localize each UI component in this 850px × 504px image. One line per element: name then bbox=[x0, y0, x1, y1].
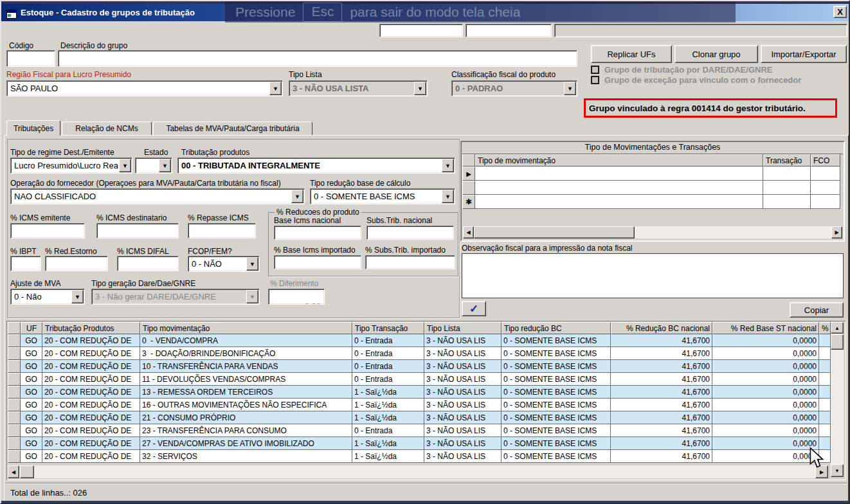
icms-destinatario-field[interactable]: 0,00 bbox=[96, 223, 179, 239]
chevron-down-icon: ▼ bbox=[291, 190, 303, 203]
col-red-st-nacional[interactable]: % Red Base ST nacional bbox=[712, 322, 819, 334]
icms-emitente-label: % ICMS emitente bbox=[10, 213, 70, 222]
codigo-field[interactable]: 0132 bbox=[6, 50, 55, 67]
tab-tributacoes[interactable]: Tributações bbox=[6, 120, 60, 136]
scroll-up-icon[interactable]: ▲ bbox=[831, 322, 844, 334]
mov-row-current[interactable]: ▶ bbox=[462, 166, 840, 181]
tribprod-select[interactable]: 00 - TRIBUTADA INTEGRALMENTE ▼ bbox=[177, 158, 455, 174]
ibpt-field[interactable]: 0,00 bbox=[10, 256, 41, 271]
table-row[interactable]: GO20 - COM REDUÇÃO DE3 - DOAÇÃO/BRINDE/B… bbox=[8, 347, 831, 360]
chevron-down-icon: ▼ bbox=[246, 290, 258, 303]
base-nacional-label: Base Icms nacional bbox=[274, 216, 341, 225]
repasse-icms-field[interactable]: 0,00 bbox=[188, 223, 256, 239]
col-uf[interactable]: UF bbox=[21, 322, 42, 334]
replicar-ufs-button[interactable]: Replicar UFs bbox=[591, 45, 672, 63]
icms-emitente-field[interactable]: 0,00 bbox=[10, 223, 85, 239]
descricao-value: GESTOR TRIBUTARIO - LISTA: SEM LISTA - N… bbox=[71, 64, 302, 67]
subs-importado-field[interactable]: 0,00 bbox=[365, 255, 455, 269]
uf-grid-vscrollbar[interactable]: ▲ ▼ bbox=[831, 322, 844, 477]
statusbar-divider bbox=[5, 483, 847, 484]
checkbox-excecao[interactable] bbox=[591, 76, 599, 84]
col-transacao[interactable]: Tipo Transação bbox=[352, 322, 424, 334]
regime-select[interactable]: Lucro Presumido\Lucro Rea ▼ bbox=[10, 158, 132, 174]
col-lista[interactable]: Tipo Lista bbox=[424, 322, 502, 334]
bottom-edge-strip bbox=[1, 501, 850, 504]
date-from-field[interactable]: 31/07/2021 bbox=[379, 24, 463, 37]
scroll-right-icon[interactable]: ▶ bbox=[831, 226, 842, 239]
codigo-label: Código bbox=[9, 41, 33, 50]
mov-col-fco[interactable]: FCO bbox=[811, 154, 840, 166]
table-row[interactable]: GO20 - COM REDUÇÃO DE16 - OUTRAS MOVIMEN… bbox=[8, 399, 831, 411]
gnre-label: Tipo geração Dare/Dae/GNRE bbox=[91, 279, 195, 288]
scroll-left-icon[interactable]: ◀ bbox=[463, 226, 474, 239]
icms-emitente-value: 0,00 bbox=[65, 236, 81, 239]
date-to-value: 02/08/2021 bbox=[478, 35, 516, 37]
confirm-button[interactable]: ✓ bbox=[462, 301, 486, 316]
operacao-label: Operação do fornecedor (Operaçoes para M… bbox=[10, 179, 281, 188]
estado-select[interactable]: ▼ bbox=[135, 158, 172, 174]
tab-relacao-ncms[interactable]: Relação de NCMs bbox=[62, 122, 152, 135]
operacao-select[interactable]: NAO CLASSIFICADO ▼ bbox=[10, 188, 305, 204]
fcop-select[interactable]: 0 - NÃO ▼ bbox=[188, 256, 260, 272]
table-row[interactable]: GO20 - COM REDUÇÃO DE0 - VENDA/COMPRA0 -… bbox=[8, 334, 831, 347]
observacao-textarea[interactable] bbox=[462, 253, 844, 298]
table-row[interactable]: GO20 - COM REDUÇÃO DE23 - TRANSFERÊNCIA … bbox=[8, 424, 831, 437]
classificacao-select[interactable]: 0 - PADRAO ▼ bbox=[451, 80, 577, 96]
table-row[interactable]: GO20 - COM REDUÇÃO DE21 - CONSUMO PRÓPRI… bbox=[8, 411, 831, 424]
ibpt-value: 0,00 bbox=[23, 269, 39, 271]
table-row[interactable]: GO20 - COM REDUÇÃO DE27 - VENDA/COMPRAS … bbox=[8, 437, 831, 450]
close-button[interactable]: X bbox=[833, 6, 847, 18]
clonar-grupo-button[interactable]: Clonar grupo bbox=[674, 45, 758, 63]
mov-hscroll-thumb[interactable] bbox=[474, 226, 635, 239]
uf-grid-vscroll-thumb[interactable] bbox=[831, 334, 844, 350]
tipo-lista-label: Tipo Lista bbox=[289, 70, 322, 79]
scroll-down-icon[interactable]: ▼ bbox=[831, 464, 844, 477]
scroll-left-icon[interactable]: ◀ bbox=[8, 465, 19, 478]
uf-grid-hscroll-thumb[interactable] bbox=[20, 465, 34, 478]
mov-row-empty[interactable] bbox=[462, 181, 840, 195]
table-row[interactable]: GO20 - COM REDUÇÃO DE11 - DEVOLUÇÕES VEN… bbox=[8, 373, 831, 386]
mov-row-new[interactable]: ✱ bbox=[462, 195, 840, 209]
table-row[interactable]: GO20 - COM REDUÇÃO DE32 - SERVIÇOS1 - Sa… bbox=[8, 450, 831, 463]
overlay-text-pressione: Pressione bbox=[235, 4, 295, 20]
tipo-lista-select[interactable]: 3 - NÃO USA LISTA ▼ bbox=[289, 80, 428, 96]
movimentacoes-title: Tipo de Movimentações e Transações bbox=[462, 143, 843, 154]
col-reducao-bc[interactable]: Tipo redução BC bbox=[502, 322, 611, 334]
base-nacional-field[interactable]: 0,00 bbox=[274, 226, 361, 240]
regiao-fiscal-select[interactable]: SÃO PAULO ▼ bbox=[6, 80, 283, 96]
regra-vinculada-banner: Grupo vinculado à regra 001414 do gestor… bbox=[584, 98, 837, 118]
checkbox-dare[interactable] bbox=[591, 66, 599, 74]
icms-difal-field[interactable]: 0,00 bbox=[117, 256, 179, 271]
col-pct[interactable]: % bbox=[819, 322, 831, 334]
col-tributacao[interactable]: Tributação Produtos bbox=[42, 322, 140, 334]
col-movimentacao[interactable]: Tipo movimentação bbox=[140, 322, 352, 334]
table-row[interactable]: GO20 - COM REDUÇÃO DE10 - TRANSFERÊNCIA … bbox=[8, 360, 831, 373]
mov-col-transacao[interactable]: Transação bbox=[763, 154, 811, 166]
table-row[interactable]: GO20 - COM REDUÇÃO DE13 - REMESSA ORDEM … bbox=[8, 386, 831, 399]
base-importado-field[interactable]: 0,00 bbox=[274, 255, 361, 269]
icms-difal-value: 0,00 bbox=[159, 269, 175, 271]
descricao-field[interactable]: GESTOR TRIBUTARIO - LISTA: SEM LISTA - N… bbox=[58, 50, 577, 67]
date-to-field[interactable]: 02/08/2021 bbox=[466, 24, 552, 37]
fcop-value: 0 - NÃO bbox=[188, 256, 246, 271]
tab-tabelas-mva-label: Tabelas de MVA/Pauta/Carga tributária bbox=[166, 124, 299, 133]
mov-col-movimentacao[interactable]: Tipo de movimentação bbox=[475, 154, 763, 166]
tipored-select[interactable]: 0 - SOMENTE BASE ICMS ▼ bbox=[310, 188, 455, 204]
descricao-label: Descrição do grupo bbox=[60, 41, 127, 50]
checkbox-excecao-label: Grupo de exceção para vínculo com o forn… bbox=[604, 75, 801, 85]
tab-tabelas-mva[interactable]: Tabelas de MVA/Pauta/Carga tributária bbox=[153, 122, 312, 135]
ajuste-mva-select[interactable]: 0 - Não ▼ bbox=[10, 289, 85, 305]
chevron-down-icon: ▼ bbox=[564, 82, 576, 95]
importar-exportar-button[interactable]: Importar/Exportar bbox=[761, 45, 847, 63]
new-row-icon: ✱ bbox=[462, 195, 475, 209]
uf-grid-hscrollbar[interactable]: ◀ ▶ bbox=[8, 465, 828, 478]
chevron-down-icon: ▼ bbox=[269, 82, 282, 95]
col-red-bc-nacional[interactable]: % Redução BC nacional bbox=[611, 322, 712, 334]
copiar-button[interactable]: Copiar bbox=[790, 302, 844, 318]
date-from-value: 31/07/2021 bbox=[392, 35, 430, 37]
regra-vinculada-text: Grupo vinculado à regra 001414 do gestor… bbox=[589, 104, 806, 113]
mov-hscrollbar[interactable]: ◀ ▶ bbox=[463, 226, 842, 239]
app-window: Estoque - Cadastro de grupos de tributaç… bbox=[0, 0, 850, 504]
chevron-down-icon: ▼ bbox=[71, 290, 84, 303]
chevron-down-icon: ▼ bbox=[442, 159, 454, 172]
